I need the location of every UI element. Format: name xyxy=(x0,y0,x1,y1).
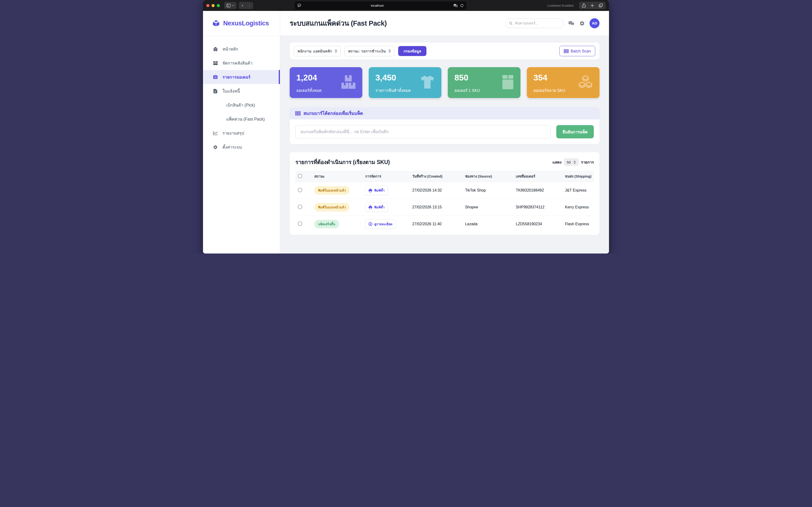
scan-panel-header: สแกนบาร์โค้ดกล่องเพื่อเริ่มแพ็ค xyxy=(290,107,599,119)
page-size-value: 50 xyxy=(567,160,571,164)
stat-card-total-orders: 1,204 ออเดอร์ทั้งหมด xyxy=(290,67,362,98)
column-header-shipping[interactable]: ขนส่ง (Shipping) xyxy=(563,171,594,182)
cell-shipping: Flash Express xyxy=(563,216,594,233)
forward-button[interactable]: › xyxy=(246,3,253,8)
history-nav: ‹ › xyxy=(239,2,253,9)
scan-input[interactable] xyxy=(295,125,551,138)
cell-order-no: SHP9928374112 xyxy=(513,199,563,216)
select-chevrons-icon xyxy=(388,49,391,53)
column-header-order-no[interactable]: เลขที่ออเดอร์ xyxy=(513,171,563,182)
column-header-status[interactable]: สถานะ xyxy=(312,171,363,182)
batch-scan-button[interactable]: Batch Scan xyxy=(559,46,595,56)
brand: NexusLogistics xyxy=(203,11,280,36)
reprint-button[interactable]: พิมพ์ซ้ำ xyxy=(365,186,388,195)
stat-card-total-items: 3,450 รายการสินค้าทั้งหมด xyxy=(369,67,441,98)
barcode-icon xyxy=(564,49,569,53)
page-icon xyxy=(297,4,301,7)
avatar[interactable]: AD xyxy=(590,18,599,28)
invoice-icon: $ xyxy=(213,89,218,94)
box-icon xyxy=(502,75,514,90)
table-row: แพ็คเสร็จสิ้น ดูรายละเอียด 27/02/2026 11… xyxy=(295,216,594,233)
url-bar[interactable]: localhost Ax xyxy=(294,1,467,9)
row-checkbox[interactable] xyxy=(298,221,302,226)
order-search[interactable] xyxy=(505,18,564,28)
sidebar-item-home[interactable]: หน้าหลัก xyxy=(203,42,280,56)
clipboard-list-icon xyxy=(213,75,218,79)
scan-panel-title: สแกนบาร์โค้ดกล่องเพื่อเริ่มแพ็ค xyxy=(304,110,363,117)
cell-created: 27/02/2026 11:40 xyxy=(410,216,463,233)
svg-text:x: x xyxy=(572,23,573,25)
page-size-select[interactable]: 50 xyxy=(564,158,579,166)
svg-text:A: A xyxy=(569,21,571,24)
status-badge: พิมพ์ใบแปะหน้าแล้ว xyxy=(314,186,350,194)
tshirt-icon xyxy=(420,75,435,90)
column-header-created[interactable]: วันที่สร้าง (Created) xyxy=(410,171,463,182)
barcode-icon xyxy=(295,111,301,116)
language-switch-icon[interactable]: Ax xyxy=(569,21,575,25)
select-all-checkbox[interactable] xyxy=(298,174,302,178)
new-tab-icon[interactable] xyxy=(591,4,594,7)
cell-source: Shopee xyxy=(463,199,513,216)
settings-gear-icon[interactable] xyxy=(579,21,585,26)
minimize-window-button[interactable] xyxy=(212,4,215,7)
row-checkbox[interactable] xyxy=(298,188,302,192)
sidebar-item-label: จัดการคลังสินค้า xyxy=(222,60,253,66)
printer-icon xyxy=(369,189,372,192)
sidebar-nav: หน้าหลัก จัดการคลังสินค้า รายการออเดอร์ … xyxy=(203,36,280,154)
employee-select-value: พนักงาน: แอดมินหลัก xyxy=(297,48,332,54)
boxes-stacked-icon xyxy=(341,75,356,90)
url-host: localhost xyxy=(301,4,453,7)
filter-bar: พนักงาน: แอดมินหลัก สถานะ: รอการชำระเงิน… xyxy=(290,43,599,60)
orders-table-card: รายการที่ต้องดำเนินการ (เรียงตาม SKU) แส… xyxy=(290,152,599,235)
row-action-label: พิมพ์ซ้ำ xyxy=(374,205,384,210)
lockdown-status: Lockdown Enabled xyxy=(547,4,574,7)
sidebar-toggle-button[interactable] xyxy=(224,2,236,9)
stat-cards: 1,204 ออเดอร์ทั้งหมด 3,450 รายการสินค้าท… xyxy=(290,67,599,98)
sidebar-item-orders[interactable]: รายการออเดอร์ xyxy=(203,70,280,84)
stat-card-single-sku: 850 ออเดอร์ 1 SKU xyxy=(448,67,521,98)
column-header-source[interactable]: ช่องทาง (Source) xyxy=(463,171,513,182)
sidebar-item-label: เบิกสินค้า (Pick) xyxy=(226,102,255,108)
view-details-button[interactable]: ดูรายละเอียด xyxy=(365,219,395,229)
sidebar-item-pick[interactable]: เบิกสินค้า (Pick) xyxy=(203,98,280,112)
zoom-window-button[interactable] xyxy=(217,4,220,7)
sidebar-item-label: หน้าหลัก xyxy=(222,46,238,52)
sidebar-item-invoices[interactable]: $ ใบแจ้งหนี้ xyxy=(203,84,280,98)
tab-overview-icon[interactable] xyxy=(599,4,603,7)
search-input[interactable] xyxy=(515,21,560,25)
chevron-down-icon xyxy=(232,5,234,6)
back-button[interactable]: ‹ xyxy=(239,3,246,8)
sidebar-item-label: แพ็คด่วน (Fast Pack) xyxy=(226,116,265,122)
cell-created: 27/02/2026 13:15 xyxy=(410,199,463,216)
row-action-label: พิมพ์ซ้ำ xyxy=(374,188,384,193)
share-icon[interactable] xyxy=(582,3,586,8)
employee-select[interactable]: พนักงาน: แอดมินหลัก xyxy=(294,46,341,56)
sidebar-item-fast-pack[interactable]: แพ็คด่วน (Fast Pack) xyxy=(203,112,280,126)
sidebar-item-settings[interactable]: ตั้งค่าระบบ xyxy=(203,140,280,154)
table-header-row: สถานะ การจัดการ วันที่สร้าง (Created) ช่… xyxy=(295,171,594,182)
table-title: รายการที่ต้องดำเนินการ (เรียงตาม SKU) xyxy=(295,158,390,166)
sidebar-item-warehouse[interactable]: จัดการคลังสินค้า xyxy=(203,56,280,70)
confirm-pack-button[interactable]: ยืนยันการแพ็ค xyxy=(556,125,594,138)
sidebar-item-label: รายการออเดอร์ xyxy=(222,74,251,80)
chart-line-icon xyxy=(213,131,218,135)
orders-table: สถานะ การจัดการ วันที่สร้าง (Created) ช่… xyxy=(295,171,594,232)
sidebar-item-label: ใบแจ้งหนี้ xyxy=(222,88,240,95)
column-header-action[interactable]: การจัดการ xyxy=(363,171,410,182)
status-badge: พิมพ์ใบแปะหน้าแล้ว xyxy=(314,203,350,212)
reload-icon[interactable] xyxy=(460,4,464,7)
translate-icon[interactable]: Ax xyxy=(453,4,458,7)
reprint-button[interactable]: พิมพ์ซ้ำ xyxy=(365,203,388,212)
filter-button[interactable]: กรองข้อมูล xyxy=(398,46,426,56)
gear-icon xyxy=(213,145,218,150)
row-checkbox[interactable] xyxy=(298,205,302,209)
sidebar-item-reports[interactable]: รายงานสรุป xyxy=(203,126,280,140)
status-select[interactable]: สถานะ: รอการชำระเงิน xyxy=(344,46,394,56)
table-row: พิมพ์ใบแปะหน้าแล้ว พิมพ์ซ้ำ 27/02/2026 1… xyxy=(295,182,594,199)
cell-order-no: LZD558190234 xyxy=(513,216,563,233)
browser-window: ‹ › localhost Ax Lockdown Enabled NexusL… xyxy=(203,0,609,253)
close-window-button[interactable] xyxy=(206,4,209,7)
sidebar-item-label: รายงานสรุป xyxy=(222,130,244,136)
cell-created: 27/02/2026 14:32 xyxy=(410,182,463,199)
eye-icon xyxy=(369,222,372,226)
